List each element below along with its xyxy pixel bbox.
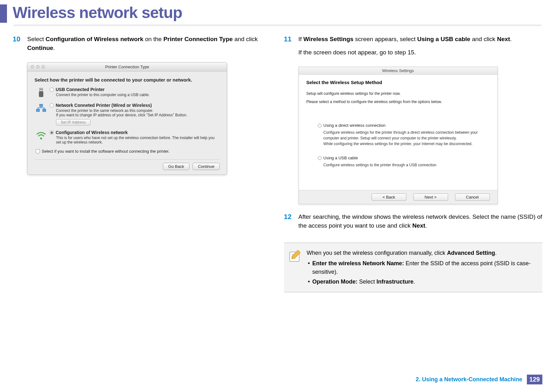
svg-rect-5 [36, 109, 40, 112]
radio-usb-printer[interactable]: USB Connected Printer [50, 87, 220, 92]
option-label: Using a USB cable [324, 156, 358, 160]
radio-direct-wireless[interactable]: Using a direct wireless connection [318, 123, 490, 128]
text: Select [27, 36, 46, 42]
dialog-title: Printer Connection Type [28, 64, 227, 69]
option-usb-printer: USB Connected Printer Connect the printe… [36, 87, 220, 98]
left-column: 10 Select Configuration of Wireless netw… [13, 35, 271, 292]
option-network-printer: Network Conneted Printer (Wired or Wirel… [36, 103, 220, 126]
option-wireless-config: Configuration of Wireless network This i… [36, 130, 220, 144]
step-number: 10 [13, 35, 27, 57]
go-back-button[interactable]: Go Back [163, 163, 189, 170]
radio-icon-checked [50, 131, 54, 135]
page-footer: 2. Using a Network-Connected Machine 129 [416, 375, 542, 384]
dialog-subtext: Please select a method to configure the … [306, 100, 490, 104]
note-bullet: Enter the wireless Network Name: Enter t… [307, 259, 536, 276]
option-label: Using a direct wireless connection [324, 123, 386, 128]
option-desc: Configure wireless settings to the print… [324, 162, 490, 168]
text: If [299, 36, 304, 42]
bold-text: Continue [27, 45, 53, 51]
option-usb-cable: Using a USB cable Configure wireless set… [318, 156, 490, 168]
dialog-heading: Select how the printer will be connected… [34, 77, 220, 83]
note-bullet: Operation Mode: Select Infrastructure. [307, 278, 536, 286]
page-title: Wireless network setup [13, 3, 182, 22]
radio-icon [318, 124, 322, 127]
text: . [53, 45, 55, 51]
dialog-footer: Go Back Continue [34, 159, 220, 170]
bold-text: Operation Mode: [312, 279, 358, 285]
radio-network-printer[interactable]: Network Conneted Printer (Wired or Wirel… [50, 103, 220, 108]
text: . [510, 36, 512, 42]
wireless-settings-dialog: Wireless Settings Select the Wireless Se… [299, 67, 498, 204]
svg-rect-4 [40, 104, 43, 107]
option-direct-wireless: Using a direct wireless connection Confi… [318, 123, 490, 147]
step-number: 12 [284, 212, 299, 234]
svg-point-7 [40, 138, 42, 139]
text: . [425, 222, 427, 229]
page-header: Wireless network setup [0, 0, 555, 25]
svg-rect-1 [39, 91, 43, 97]
bold-text: Wireless Settings [303, 36, 353, 42]
bold-text: Enter the wireless Network Name: [312, 260, 404, 266]
note-text: When you set the wireless configuration … [307, 249, 536, 286]
bold-text: Configuration of Wireless network [46, 36, 143, 42]
text: . [414, 279, 415, 285]
usb-icon [36, 88, 46, 98]
content-columns: 10 Select Configuration of Wireless netw… [0, 25, 555, 292]
bold-text: Using a USB cable [417, 36, 470, 42]
option-desc: While configuring the wireless settings … [324, 141, 490, 147]
radio-usb-cable[interactable]: Using a USB cable [318, 156, 490, 160]
step-10: 10 Select Configuration of Wireless netw… [13, 35, 271, 57]
cancel-button[interactable]: Cancel [455, 193, 490, 201]
bold-text: Printer Connection Type [163, 36, 233, 42]
option-desc: Connect the printer to the same network … [56, 108, 220, 117]
bold-text: Advanced Setting [447, 250, 495, 256]
wifi-icon [36, 131, 46, 141]
option-label: USB Connected Printer [56, 87, 105, 92]
text: When you set the wireless configuration … [307, 250, 447, 256]
option-desc: Configure wireless settings for the prin… [324, 130, 490, 141]
option-desc: Connect the printer to this computer usi… [56, 93, 220, 97]
radio-icon [50, 88, 54, 92]
dialog-body: Select how the printer will be connected… [28, 71, 227, 175]
step-body: After searching, the window shows the wi… [299, 212, 543, 234]
footer-chapter: 2. Using a Network-Connected Machine [416, 376, 522, 383]
install-without-connect-checkbox[interactable]: Select if you want to install the softwa… [36, 149, 220, 154]
checkbox-label: Select if you want to install the softwa… [42, 149, 170, 154]
text: and click [470, 36, 497, 42]
svg-rect-0 [40, 88, 43, 91]
text: Select [358, 279, 377, 285]
dialog-titlebar: Printer Connection Type [28, 63, 227, 71]
step-11: 11 If Wireless Settings screen appears, … [284, 35, 543, 61]
note-icon [288, 249, 302, 263]
dialog-footer: < Back Next > Cancel [299, 190, 497, 204]
back-button[interactable]: < Back [372, 193, 406, 201]
next-button[interactable]: Next > [413, 193, 448, 201]
step-body: If Wireless Settings screen appears, sel… [299, 35, 512, 61]
svg-rect-2 [40, 89, 41, 90]
dialog-body: Select the Wireless Setup Method Setup w… [299, 75, 497, 190]
page-number: 129 [527, 375, 542, 384]
dialog-subtext: Setup will configure wireless settings f… [306, 91, 490, 96]
step-number: 11 [284, 35, 299, 61]
set-ip-button[interactable]: Set IP Address [56, 119, 90, 126]
header-accent-bar [0, 4, 7, 23]
radio-icon [50, 103, 54, 107]
option-label: Configuration of Wireless network [56, 130, 128, 135]
bold-text: Next [497, 36, 510, 42]
checkbox-icon [36, 149, 40, 153]
text: and click [233, 36, 258, 42]
continue-button[interactable]: Continue [193, 163, 220, 170]
radio-wireless-config[interactable]: Configuration of Wireless network [50, 130, 220, 135]
step-11-line2: If the screen does not appear, go to ste… [299, 48, 512, 57]
option-label: Network Conneted Printer (Wired or Wirel… [56, 103, 152, 108]
svg-rect-3 [41, 89, 42, 90]
printer-connection-dialog: Printer Connection Type Select how the p… [27, 62, 227, 175]
dialog-title: Wireless Settings [299, 67, 497, 75]
bold-text: Next [412, 222, 425, 229]
right-column: 11 If Wireless Settings screen appears, … [284, 35, 543, 292]
bold-text: Infrastructure [377, 279, 414, 285]
option-desc: This is for users who have not set up th… [56, 136, 220, 144]
text: . [495, 250, 496, 256]
radio-icon [318, 156, 322, 160]
text: on the [143, 36, 163, 42]
